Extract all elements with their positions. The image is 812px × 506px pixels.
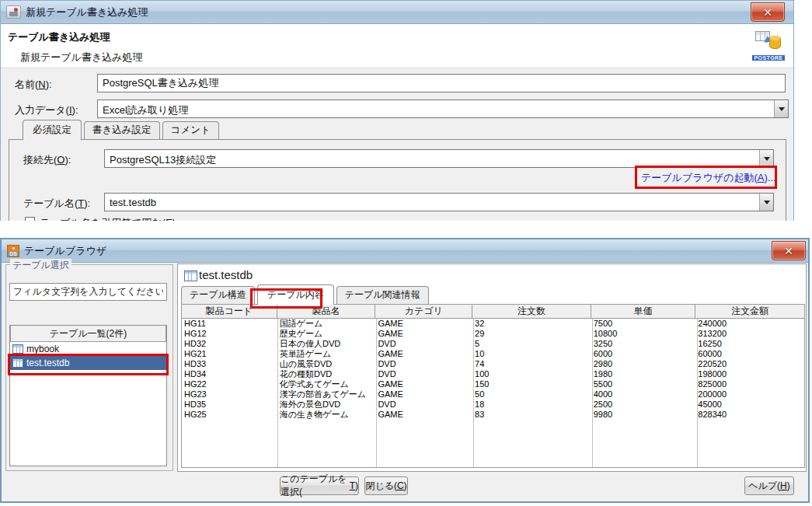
tab-comment[interactable]: コメント	[162, 121, 219, 139]
cell: 2980	[591, 359, 696, 369]
adapter-label: POSTGRE	[752, 55, 784, 61]
column-header-2[interactable]: カテゴリ	[375, 305, 472, 319]
cell: DVD	[375, 400, 472, 410]
cell: 29	[472, 329, 591, 339]
cell: 漢字の部首あてゲーム	[277, 389, 376, 400]
cell: 83	[472, 410, 591, 420]
cell: 32	[472, 319, 591, 329]
table-row[interactable]: HG25海の生き物ゲームGAME839980828340	[182, 410, 804, 420]
cell: 45000	[695, 400, 804, 410]
close-dialog-button[interactable]: 閉じる(C)	[364, 476, 408, 495]
connection-value: PostgreSQL13接続設定	[110, 153, 216, 167]
cell: 50	[472, 389, 591, 400]
table-row[interactable]: HD32日本の偉人DVDDVD5325016250	[182, 339, 804, 349]
tab-required-settings[interactable]: 必須設定	[23, 120, 82, 140]
tab-table-content[interactable]: テーブル内容	[257, 284, 334, 305]
column-header-3[interactable]: 注文数	[472, 305, 591, 319]
connection-combobox[interactable]: PostgreSQL13接続設定	[104, 149, 774, 168]
quote-table-name-checkbox[interactable]: テーブル名を引用符で囲む(E)	[25, 216, 176, 221]
table-row[interactable]: HD35海外の景色DVDDVD18250045000	[182, 400, 804, 410]
cell: 化学式あてゲーム	[277, 379, 376, 389]
cell: 日本の偉人DVD	[277, 339, 376, 349]
dropdown-button[interactable]	[759, 194, 773, 211]
table-row[interactable]: HD34花の種類DVDDVD1001980198000	[182, 369, 804, 379]
cell: 825000	[695, 379, 804, 389]
cell: GAME	[375, 410, 472, 420]
cell: 16250	[695, 339, 804, 349]
help-button[interactable]: ヘルプ(H)	[744, 476, 794, 495]
cell: HD32	[182, 339, 277, 349]
cell: 5	[472, 339, 591, 349]
cell: GAME	[375, 319, 472, 329]
cell: 10	[472, 349, 591, 359]
list-item-label: mybook	[26, 344, 59, 354]
table-row[interactable]: HG22化学式あてゲームGAME1505500825000	[182, 379, 804, 389]
cell: 6000	[591, 349, 696, 359]
cell: 7500	[591, 319, 696, 329]
column-header-1[interactable]: 製品名	[277, 305, 376, 319]
cell: 2500	[591, 400, 696, 410]
table-icon	[12, 344, 23, 354]
close-button[interactable]: ✕	[751, 2, 785, 22]
list-item-test-testdb[interactable]: test.testdb	[10, 356, 166, 370]
write-process-icon	[6, 5, 21, 19]
close-button[interactable]: ✕	[772, 241, 806, 260]
write-dialog-titlebar[interactable]: 新規テーブル書き込み処理	[1, 1, 793, 24]
table-browser-launch-link[interactable]: テーブルブラウザの起動(A)...	[641, 171, 776, 185]
cell: 歴史ゲーム	[277, 329, 376, 339]
write-dialog-window: 新規テーブル書き込み処理 ✕ テーブル書き込み処理 新規テーブル書き込み処理 P…	[0, 0, 794, 221]
dialog-subheading: 新規テーブル書き込み処理	[20, 51, 143, 65]
checkbox-label: テーブル名を引用符で囲む(E)	[40, 216, 176, 221]
input-data-combobox[interactable]: Excel読み取り処理	[97, 99, 789, 118]
table-name-combobox[interactable]: test.testdb	[104, 193, 774, 211]
cell: 220520	[695, 359, 804, 369]
close-icon: ✕	[763, 6, 772, 19]
column-header-0[interactable]: 製品コード	[182, 305, 277, 319]
list-item-mybook[interactable]: mybook	[10, 342, 166, 356]
cell: DVD	[375, 369, 472, 379]
filter-input[interactable]	[9, 283, 167, 301]
cell: DVD	[375, 339, 472, 349]
tab-table-related-info[interactable]: テーブル関連情報	[336, 286, 429, 304]
cell: HG21	[182, 349, 277, 359]
cell: 200000	[695, 389, 804, 400]
grid-rows: HG11国語ゲームGAME327500240000HG12歴史ゲームGAME29…	[182, 319, 804, 420]
dropdown-button[interactable]	[759, 150, 773, 167]
table-row[interactable]: HG12歴史ゲームGAME2910800313200	[182, 329, 804, 339]
chevron-down-icon	[764, 157, 770, 164]
detail-table-title: test.testdb	[199, 268, 253, 281]
table-row[interactable]: HG21英単語ゲームGAME10600060000	[182, 349, 804, 359]
window-title: 新規テーブル書き込み処理	[26, 5, 148, 19]
cell: 198000	[695, 369, 804, 379]
cell: 18	[472, 400, 591, 410]
table-row[interactable]: HG11国語ゲームGAME327500240000	[182, 319, 804, 329]
column-header-4[interactable]: 単価	[591, 305, 696, 319]
select-table-button[interactable]: このテーブルを選択(T)	[280, 476, 359, 495]
tab-table-structure[interactable]: テーブル構造	[181, 286, 255, 304]
table-row[interactable]: HD33山の風景DVDDVD742980220520	[182, 359, 804, 369]
checkbox-icon[interactable]	[25, 217, 35, 221]
cell: HG11	[182, 319, 277, 329]
table-icon	[12, 358, 23, 368]
table-icon	[184, 270, 197, 281]
input-data-value: Excel読み取り処理	[103, 103, 188, 117]
required-settings-panel: 接続先(O): PostgreSQL13接続設定 テーブルブラウザの起動(A).…	[9, 139, 786, 221]
table-row[interactable]: HG23漢字の部首あてゲームGAME504000200000	[182, 389, 804, 400]
table-browser-titlebar[interactable]: DS テーブルブラウザ	[2, 239, 808, 263]
tab-write-settings[interactable]: 書き込み設定	[84, 121, 160, 139]
cell: HG12	[182, 329, 277, 339]
dataspider-icon: DS	[7, 245, 19, 257]
column-header-5[interactable]: 注文金額	[695, 305, 804, 319]
cell: 60000	[695, 349, 804, 359]
cell: 9980	[591, 410, 696, 420]
table-list-header: テーブル一覧(2件)	[10, 326, 166, 342]
cell: 10800	[591, 329, 696, 339]
cell: 国語ゲーム	[277, 319, 376, 329]
name-input[interactable]	[97, 74, 786, 92]
cell: GAME	[375, 349, 472, 359]
cell: GAME	[375, 379, 472, 389]
dialog-heading: テーブル書き込み処理	[8, 30, 110, 44]
close-icon: ✕	[784, 245, 793, 257]
cell: 1980	[591, 369, 696, 379]
dropdown-button[interactable]	[774, 100, 788, 117]
